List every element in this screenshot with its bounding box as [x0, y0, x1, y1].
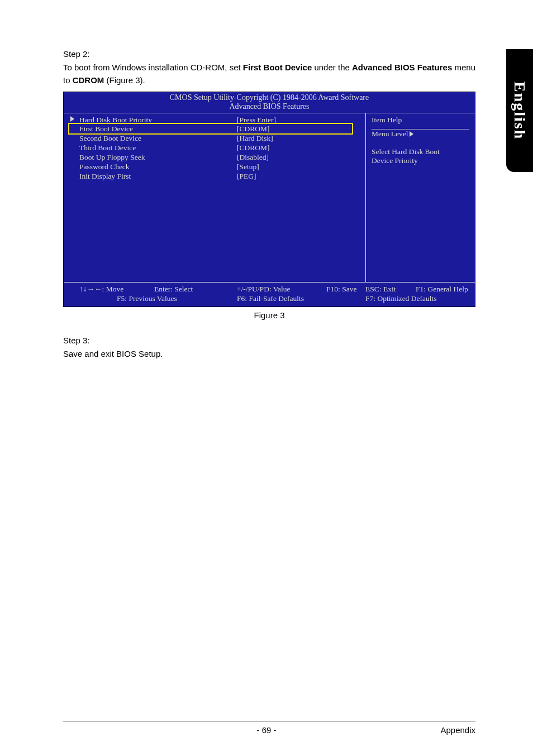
bios-row-value: [PEG]: [237, 172, 360, 181]
footer-value: +/-/PU/PD: Value: [237, 284, 326, 294]
bios-body: Hard Disk Boot Priority [Press Enter] Fi…: [64, 113, 475, 283]
spacer: [372, 138, 469, 147]
bios-row-value: [Press Enter]: [237, 116, 360, 125]
footer-move: ↑↓→←: Move: [69, 284, 154, 294]
step2-heading: Step 2:: [63, 49, 475, 59]
appendix-label: Appendix: [440, 725, 475, 735]
bios-row-6: Init Display First [PEG]: [69, 172, 360, 181]
step2-text: To boot from Windows installation CD-ROM…: [63, 61, 475, 87]
help-desc1: Select Hard Disk Boot: [372, 147, 469, 156]
triangle-right-icon: [410, 131, 413, 137]
footer-optimized: F7: Optimized Defaults: [365, 294, 469, 304]
step2-bold2: Advanced BIOS Features: [352, 63, 452, 72]
footer-help: F1: General Help: [416, 284, 469, 294]
footer-divider: [63, 721, 475, 721]
footer-save: F10: Save: [326, 284, 365, 294]
bios-row-5: Password Check [Setup]: [69, 162, 360, 172]
footer-enter: Enter: Select: [154, 284, 237, 294]
side-tab-label: English: [511, 82, 529, 140]
figure-caption: Figure 3: [63, 310, 475, 320]
side-tab: English: [506, 49, 533, 172]
bios-footer-row1: ↑↓→←: Move Enter: Select +/-/PU/PD: Valu…: [69, 284, 469, 294]
bios-row-label: First Boot Device: [69, 125, 237, 134]
footer-esc: ESC: Exit: [365, 284, 416, 294]
bios-footer-row2: F5: Previous Values F6: Fail-Safe Defaul…: [69, 294, 469, 304]
bios-title: CMOS Setup Utility-Copyright (C) 1984-20…: [64, 92, 475, 102]
bios-row-value: [CDROM]: [237, 143, 360, 153]
bios-row-3: Third Boot Device [CDROM]: [69, 143, 360, 153]
step2-text-mid1: under the: [312, 63, 352, 72]
footer-failsafe: F6: Fail-Safe Defaults: [237, 294, 365, 304]
help-title: Item Help: [372, 116, 469, 125]
step2-bold3: CDROM: [73, 75, 104, 85]
triangle-right-icon: [70, 116, 74, 122]
bios-row-label: Init Display First: [69, 172, 237, 181]
bios-row-label: Password Check: [69, 162, 237, 172]
bios-right-panel: Item Help Menu Level Select Hard Disk Bo…: [366, 113, 475, 282]
bios-row-value: [Setup]: [237, 162, 360, 172]
help-desc2: Device Priority: [372, 156, 469, 165]
bios-left-panel: Hard Disk Boot Priority [Press Enter] Fi…: [64, 113, 366, 282]
help-menu-level-row: Menu Level: [372, 130, 469, 138]
bios-row-value: [Hard Disk]: [237, 134, 360, 143]
bios-row-2: Second Boot Device [Hard Disk]: [69, 134, 360, 143]
bios-row-label: Hard Disk Boot Priority: [69, 116, 237, 125]
bios-row-value: [Disabled]: [237, 153, 360, 162]
bios-footer: ↑↓→←: Move Enter: Select +/-/PU/PD: Valu…: [64, 283, 475, 307]
bios-row-1: First Boot Device [CDROM]: [69, 125, 360, 134]
page-content: Step 2: To boot from Windows installatio…: [63, 49, 475, 365]
step2-text-post: (Figure 3).: [104, 75, 145, 85]
step3-heading: Step 3:: [63, 336, 475, 345]
step3-text: Save and exit BIOS Setup.: [63, 347, 475, 360]
bios-subtitle: Advanced BIOS Features: [64, 102, 475, 113]
footer-prev: F5: Previous Values: [69, 294, 237, 304]
bios-row-label: Third Boot Device: [69, 143, 237, 153]
bios-row-0: Hard Disk Boot Priority [Press Enter]: [69, 116, 360, 125]
bios-screenshot: CMOS Setup Utility-Copyright (C) 1984-20…: [63, 92, 475, 307]
bios-row-label: Boot Up Floppy Seek: [69, 153, 237, 162]
step2-bold1: First Boot Device: [243, 63, 312, 72]
step2-text-pre: To boot from Windows installation CD-ROM…: [63, 63, 243, 72]
bios-row-4: Boot Up Floppy Seek [Disabled]: [69, 153, 360, 162]
help-menu-level: Menu Level: [372, 130, 408, 138]
bios-row-label: Second Boot Device: [69, 134, 237, 143]
bios-row-value: [CDROM]: [237, 125, 360, 134]
